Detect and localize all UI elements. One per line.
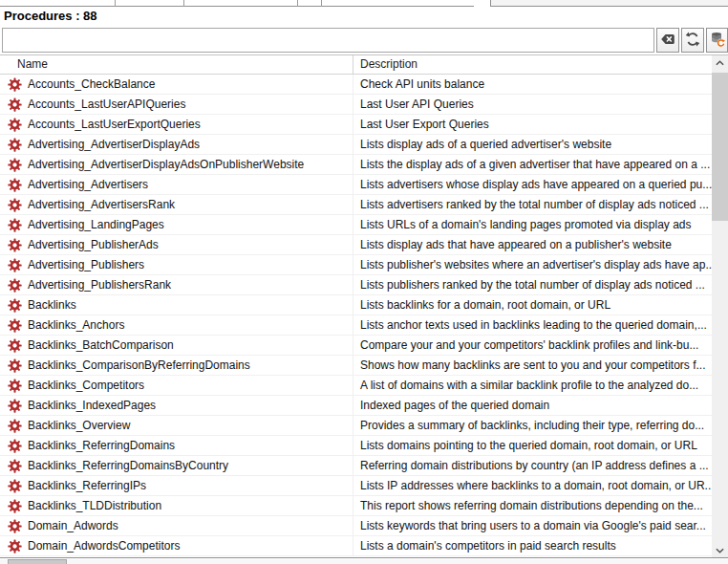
procedure-description: Compare your and your competitors' backl… (353, 336, 712, 355)
procedure-name: Accounts_LastUserExportQueries (28, 115, 201, 134)
toolbar (0, 28, 728, 54)
procedure-gear-icon (8, 178, 22, 192)
table-row[interactable]: Backlinks_Overview Provides a summary of… (0, 416, 712, 436)
procedure-name: Domain_Adwords (28, 516, 118, 535)
table-row[interactable]: Advertising_PublishersRank Lists publish… (0, 275, 712, 295)
tab-divider (297, 0, 298, 7)
table-row[interactable]: Accounts_LastUserAPIQueries Last User AP… (0, 95, 712, 115)
procedure-gear-icon (8, 198, 22, 212)
tab-divider (321, 0, 322, 7)
procedure-description: Last User Export Queries (353, 115, 712, 134)
table-row[interactable]: Domain_AdwordsCompetitors Lists a domain… (0, 536, 712, 556)
procedure-name: Backlinks_ReferringDomainsByCountry (28, 456, 228, 475)
search-input[interactable] (2, 28, 654, 53)
table-row[interactable]: Backlinks_ReferringDomains Lists domains… (0, 436, 712, 456)
tab-bar-segment (0, 0, 474, 7)
procedure-name: Backlinks_ReferringDomains (28, 436, 175, 455)
procedure-name: Backlinks_Competitors (28, 376, 144, 395)
refresh-metadata-button[interactable] (706, 28, 728, 53)
procedure-gear-icon (8, 258, 22, 272)
procedure-name: Backlinks_TLDDistribution (28, 496, 161, 515)
procedure-description: Check API units balance (353, 75, 712, 94)
procedure-name: Backlinks_IndexedPages (28, 396, 156, 415)
table-row[interactable]: Advertising_Advertisers Lists advertiser… (0, 175, 712, 195)
procedure-description: Lists advertisers whose display ads have… (353, 175, 712, 194)
vertical-scrollbar[interactable] (712, 55, 728, 557)
table-row[interactable]: Advertising_PublisherAds Lists display a… (0, 235, 712, 255)
table-row[interactable]: Backlinks_ComparisonByReferringDomains S… (0, 356, 712, 376)
scroll-down-button[interactable] (712, 543, 728, 557)
table-row[interactable]: Backlinks_TLDDistribution This report sh… (0, 496, 712, 516)
procedure-name: Domain_AdwordsCompetitors (28, 536, 180, 555)
procedure-name: Backlinks_ComparisonByReferringDomains (28, 356, 250, 375)
table-row[interactable]: Accounts_CheckBalance Check API units ba… (0, 75, 712, 95)
procedure-description: Lists advertisers ranked by the total nu… (353, 195, 712, 214)
procedure-name: Advertising_LandingPages (28, 215, 164, 234)
chevron-down-icon (716, 548, 724, 553)
table-row[interactable]: Advertising_LandingPages Lists URLs of a… (0, 215, 712, 235)
procedure-gear-icon (8, 238, 22, 252)
procedure-gear-icon (8, 298, 22, 313)
table-body: Accounts_CheckBalance Check API units ba… (0, 75, 712, 559)
table-row[interactable]: Accounts_LastUserExportQueries Last User… (0, 115, 712, 135)
table-row[interactable]: Domain_Adwords Lists keywords that bring… (0, 516, 712, 536)
procedure-description: Lists a domain's competitors in paid sea… (353, 536, 712, 555)
table-row[interactable]: Backlinks_ReferringDomainsByCountry Refe… (0, 456, 712, 476)
procedure-description: Lists publishers ranked by the total num… (353, 275, 712, 294)
procedure-gear-icon (8, 338, 22, 353)
tab-bar-remnant (0, 0, 728, 8)
procedure-description: Lists display ads of a queried advertise… (353, 135, 712, 154)
procedure-description: Lists backlinks for a domain, root domai… (353, 295, 712, 315)
procedure-name: Accounts_LastUserAPIQueries (28, 95, 185, 114)
procedures-panel: { "header": { "title": "Procedures : 88"… (0, 0, 728, 564)
vertical-scroll-thumb[interactable] (712, 73, 728, 221)
procedures-table: Name Description Accounts_CheckBalance (0, 54, 728, 558)
procedure-gear-icon (8, 519, 22, 533)
column-header-name[interactable]: Name (0, 55, 353, 75)
procedure-name: Advertising_PublisherAds (28, 235, 159, 254)
horizontal-scroll-thumb[interactable] (8, 559, 67, 564)
procedure-gear-icon (8, 358, 22, 373)
tab-divider (183, 0, 184, 7)
procedure-name: Accounts_CheckBalance (28, 75, 155, 94)
column-header-description[interactable]: Description (353, 55, 712, 75)
table-row[interactable]: Advertising_AdvertiserDisplayAdsOnPublis… (0, 155, 712, 175)
table-row[interactable]: Advertising_AdvertisersRank Lists advert… (0, 195, 712, 215)
table-row[interactable]: Backlinks_Anchors Lists anchor texts use… (0, 315, 712, 336)
table-row[interactable]: Backlinks_ReferringIPs Lists IP addresse… (0, 476, 712, 496)
table-row[interactable]: Advertising_Publishers Lists publisher's… (0, 255, 712, 275)
clear-search-button[interactable] (656, 28, 679, 53)
procedure-gear-icon (8, 379, 22, 393)
table-row[interactable]: Backlinks_Competitors A list of domains … (0, 376, 712, 396)
procedure-description: A list of domains with a similar backlin… (353, 376, 712, 395)
procedure-gear-icon (8, 479, 22, 493)
procedure-description: Lists keywords that bring users to a dom… (353, 516, 712, 535)
table-row[interactable]: Advertising_AdvertiserDisplayAds Lists d… (0, 135, 712, 155)
procedure-description: Lists URLs of a domain's landing pages p… (353, 215, 712, 234)
procedure-description: Lists IP addresses where backlinks to a … (353, 476, 712, 495)
table-header: Name Description (0, 55, 712, 75)
horizontal-scrollbar[interactable] (0, 559, 728, 564)
tab-divider (115, 0, 116, 7)
page-title: Procedures : 88 (4, 9, 97, 23)
refresh-button[interactable] (681, 28, 704, 53)
procedure-description: Shows how many backlinks are sent to you… (353, 356, 712, 375)
table-row[interactable]: Backlinks_IndexedPages Indexed pages of … (0, 396, 712, 416)
procedure-gear-icon (8, 439, 22, 453)
procedure-name: Backlinks_ReferringIPs (28, 476, 146, 495)
procedure-description: Lists anchor texts used in backlinks lea… (353, 315, 712, 335)
table-row[interactable]: Backlinks_BatchComparison Compare your a… (0, 336, 712, 356)
procedure-name: Advertising_Advertisers (28, 175, 148, 194)
procedure-description: Indexed pages of the queried domain (353, 396, 712, 415)
procedure-name: Backlinks_BatchComparison (28, 336, 174, 355)
scroll-up-button[interactable] (712, 55, 728, 70)
procedure-name: Advertising_AdvertisersRank (28, 195, 175, 214)
procedure-gear-icon (8, 278, 22, 293)
procedure-name: Advertising_AdvertiserDisplayAds (28, 135, 200, 154)
procedure-gear-icon (8, 459, 22, 473)
procedure-gear-icon (8, 158, 22, 172)
procedure-gear-icon (8, 218, 22, 232)
table-row[interactable]: Backlinks Lists backlinks for a domain, … (0, 295, 712, 315)
procedure-gear-icon (8, 419, 22, 433)
procedure-name: Advertising_PublishersRank (28, 275, 171, 294)
